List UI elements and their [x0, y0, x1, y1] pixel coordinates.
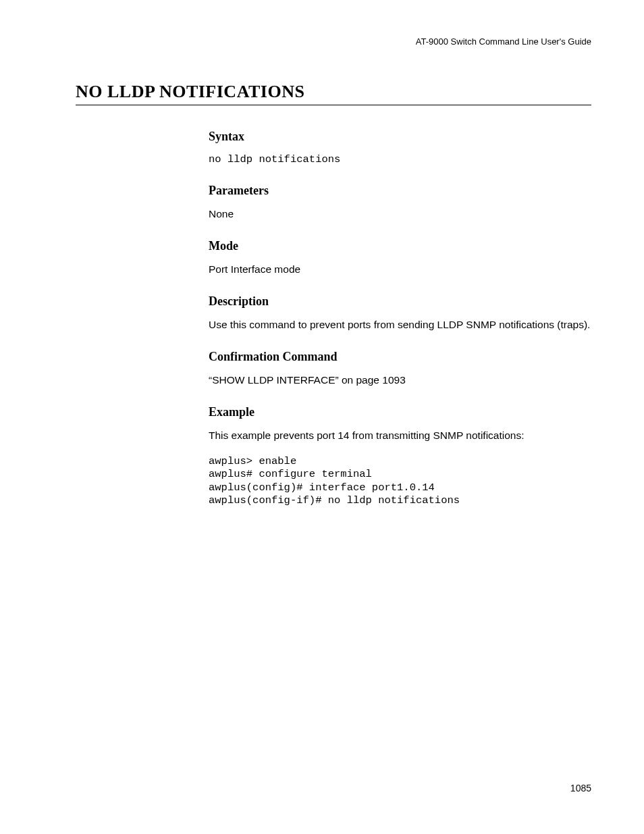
heading-description: Description [209, 294, 591, 309]
running-header: AT-9000 Switch Command Line User's Guide [76, 36, 591, 47]
heading-example: Example [209, 405, 591, 419]
example-intro: This example prevents port 14 from trans… [209, 429, 591, 443]
example-code: awplus> enable awplus# configure termina… [209, 455, 591, 508]
heading-parameters: Parameters [209, 184, 591, 198]
heading-confirmation: Confirmation Command [209, 350, 591, 364]
document-page: AT-9000 Switch Command Line User's Guide… [0, 0, 644, 834]
heading-mode: Mode [209, 239, 591, 253]
syntax-code: no lldp notifications [209, 153, 591, 166]
mode-text: Port Interface mode [209, 263, 591, 277]
parameters-text: None [209, 207, 591, 221]
content-area: Syntax no lldp notifications Parameters … [209, 130, 591, 507]
page-number: 1085 [570, 783, 591, 793]
description-text: Use this command to prevent ports from s… [209, 318, 591, 332]
page-title: NO LLDP NOTIFICATIONS [76, 82, 591, 105]
confirmation-text: “SHOW LLDP INTERFACE” on page 1093 [209, 373, 591, 388]
heading-syntax: Syntax [209, 130, 591, 144]
